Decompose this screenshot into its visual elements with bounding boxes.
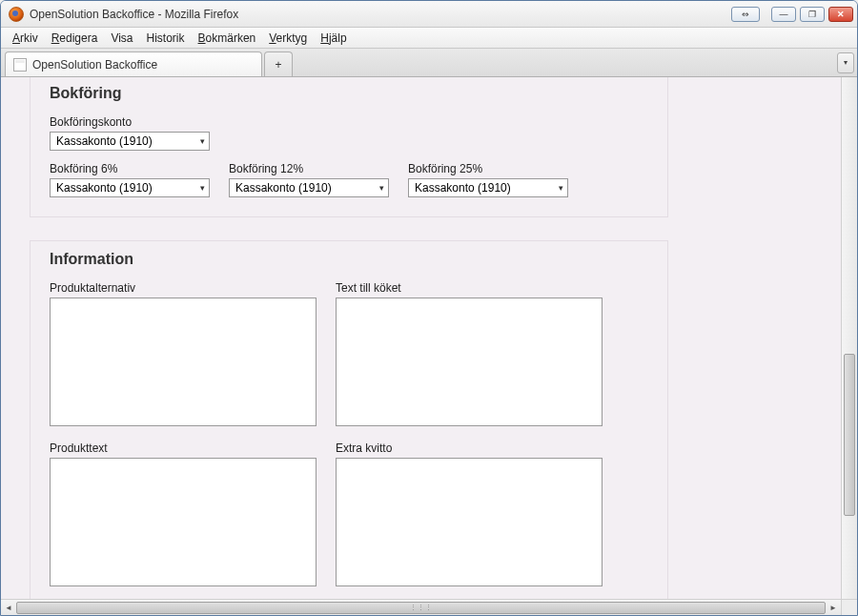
page: Bokföring Bokföringskonto Kassakonto (19…: [1, 77, 841, 599]
information-panel: Information Produktalternativ Text till …: [30, 240, 668, 599]
horizontal-scrollbar-thumb[interactable]: ⋮⋮⋮: [16, 602, 826, 614]
bokforing25-field: Bokföring 25% Kassakonto (1910) ▾: [408, 162, 568, 197]
bokforingskonto-field: Bokföringskonto Kassakonto (1910) ▾: [50, 115, 648, 151]
vertical-scrollbar-thumb[interactable]: [844, 354, 855, 516]
vertical-scrollbar[interactable]: [841, 77, 857, 599]
window-drag-button[interactable]: ⇔: [731, 7, 760, 22]
maximize-button[interactable]: ❐: [800, 7, 825, 22]
bokforing12-value: Kassakonto (1910): [235, 181, 332, 195]
produktalternativ-textarea[interactable]: [50, 298, 317, 426]
new-tab-button[interactable]: +: [264, 51, 293, 76]
tab-active[interactable]: OpenSolution Backoffice: [5, 51, 262, 76]
window-title: OpenSolution Backoffice - Mozilla Firefo…: [30, 8, 731, 21]
titlebar: OpenSolution Backoffice - Mozilla Firefo…: [1, 1, 857, 28]
bokforingskonto-value: Kassakonto (1910): [56, 134, 153, 148]
scroll-right-button[interactable]: ►: [826, 601, 841, 615]
close-button[interactable]: ✕: [828, 7, 853, 22]
extra-kvitto-label: Extra kvitto: [336, 441, 603, 455]
menu-bokmarken-rest: okmärken: [206, 31, 256, 45]
browser-window: OpenSolution Backoffice - Mozilla Firefo…: [0, 0, 858, 616]
menu-verktyg[interactable]: Verktyg: [263, 30, 313, 47]
bokforing25-select[interactable]: Kassakonto (1910) ▾: [408, 178, 568, 197]
scroll-corner: [841, 599, 857, 615]
bokforing12-field: Bokföring 12% Kassakonto (1910) ▾: [229, 162, 389, 197]
menu-hjalp-rest: jälp: [329, 31, 347, 45]
chevron-down-icon: ▾: [200, 136, 205, 146]
extra-kvitto-field: Extra kvitto: [336, 441, 603, 586]
bokforing25-value: Kassakonto (1910): [415, 181, 511, 195]
bokforing-row: Bokföring 6% Kassakonto (1910) ▾ Bokföri…: [50, 162, 648, 197]
horizontal-scrollbar[interactable]: ◄ ⋮⋮⋮ ►: [1, 599, 841, 615]
horizontal-scrollbar-track[interactable]: ⋮⋮⋮: [16, 602, 826, 614]
window-buttons: ⇔ — ❐ ✕: [731, 7, 853, 22]
extra-kvitto-textarea[interactable]: [336, 458, 603, 586]
plus-icon: +: [275, 58, 281, 72]
information-heading: Information: [50, 251, 648, 268]
bokforing-panel: Bokföring Bokföringskonto Kassakonto (19…: [30, 77, 668, 217]
menu-redigera-rest: edigera: [59, 31, 97, 45]
chevron-down-icon: ▾: [844, 58, 848, 67]
produkttext-field: Produkttext: [50, 441, 317, 586]
bokforing25-label: Bokföring 25%: [408, 162, 568, 175]
text-till-koket-textarea[interactable]: [336, 298, 603, 426]
menubar: Arkiv Redigera Visa Historik Bokmärken V…: [1, 28, 857, 49]
tabs-dropdown-button[interactable]: ▾: [837, 52, 854, 73]
menu-redigera[interactable]: Redigera: [46, 30, 104, 47]
menu-arkiv[interactable]: Arkiv: [7, 30, 44, 47]
firefox-icon: [9, 7, 24, 22]
chevron-down-icon: ▾: [379, 183, 384, 193]
text-till-koket-field: Text till köket: [336, 281, 603, 426]
bokforing6-value: Kassakonto (1910): [56, 181, 153, 195]
bokforing12-label: Bokföring 12%: [229, 162, 389, 175]
bokforing6-field: Bokföring 6% Kassakonto (1910) ▾: [50, 162, 210, 197]
grip-icon: ⋮⋮⋮: [410, 604, 433, 611]
menu-arkiv-rest: rkiv: [20, 31, 38, 45]
bokforingskonto-select[interactable]: Kassakonto (1910) ▾: [50, 132, 210, 151]
scroll-left-button[interactable]: ◄: [1, 601, 16, 615]
minimize-button[interactable]: —: [771, 7, 796, 22]
menu-hjalp[interactable]: Hjälp: [315, 30, 352, 47]
menu-bokmarken[interactable]: Bokmärken: [193, 30, 262, 47]
information-grid: Produktalternativ Text till köket Produk…: [50, 281, 648, 586]
tab-active-label: OpenSolution Backoffice: [32, 58, 157, 72]
menu-verktyg-rest: erktyg: [276, 31, 308, 45]
content-area: Bokföring Bokföringskonto Kassakonto (19…: [1, 77, 857, 615]
produktalternativ-label: Produktalternativ: [50, 281, 317, 295]
bokforing-heading: Bokföring: [50, 85, 648, 102]
page-icon: [13, 58, 27, 72]
chevron-down-icon: ▾: [559, 183, 563, 193]
menu-historik[interactable]: Historik: [141, 30, 191, 47]
bokforing6-label: Bokföring 6%: [50, 162, 210, 175]
produkttext-textarea[interactable]: [50, 458, 317, 586]
text-till-koket-label: Text till köket: [336, 281, 603, 295]
produkttext-label: Produkttext: [50, 441, 317, 455]
tabbar: OpenSolution Backoffice + ▾: [1, 49, 857, 77]
produktalternativ-field: Produktalternativ: [50, 281, 317, 426]
menu-visa[interactable]: Visa: [105, 30, 138, 47]
bokforing6-select[interactable]: Kassakonto (1910) ▾: [50, 178, 210, 197]
chevron-down-icon: ▾: [200, 183, 205, 193]
bokforingskonto-label: Bokföringskonto: [50, 115, 648, 129]
bokforing12-select[interactable]: Kassakonto (1910) ▾: [229, 178, 389, 197]
